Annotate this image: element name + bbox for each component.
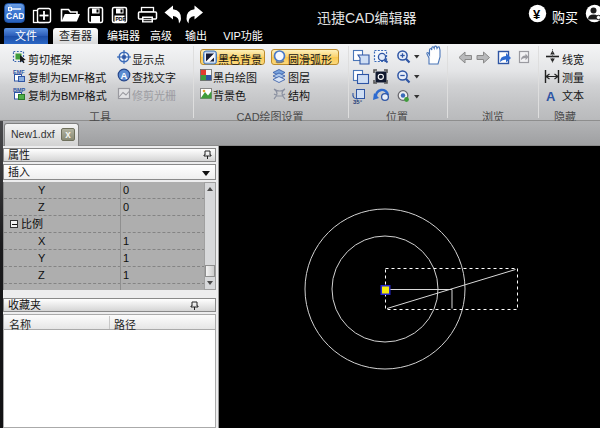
svg-text:¥: ¥ — [533, 7, 541, 22]
svg-text:35°: 35° — [353, 99, 363, 105]
svg-text:PDF: PDF — [116, 16, 126, 22]
svg-text:A: A — [120, 70, 127, 81]
svg-text:A: A — [546, 89, 556, 104]
